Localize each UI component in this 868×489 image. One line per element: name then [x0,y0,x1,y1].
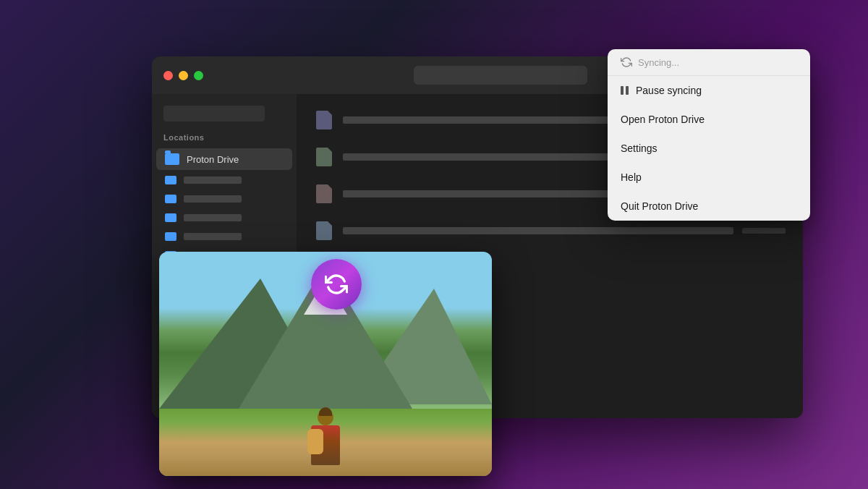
close-button[interactable] [163,71,173,80]
open-proton-drive-item[interactable]: Open Proton Drive [608,105,810,134]
mini-folder-icon-3 [165,213,176,222]
mini-folder-icon-4 [165,232,176,241]
pause-syncing-item[interactable]: Pause syncing [608,76,810,105]
file-icon-image [314,110,334,130]
person-head [318,409,333,425]
file-icon-video [314,147,334,167]
file-icon-person [314,221,334,241]
status-text: Syncing... [638,57,679,68]
mini-label-1 [184,177,242,184]
mini-folder-icon-1 [165,176,176,184]
mini-label-3 [184,214,242,221]
sidebar-mini-item-4[interactable] [156,228,292,245]
mini-label-2 [184,195,242,203]
help-label: Help [621,171,642,183]
sidebar-proton-drive-label: Proton Drive [187,154,239,165]
sidebar-item-proton-drive[interactable]: Proton Drive [156,148,292,170]
sidebar-mini-item-3[interactable] [156,209,292,226]
pause-syncing-label: Pause syncing [636,85,702,96]
folder-icon [165,153,179,165]
sidebar-mini-item-2[interactable] [156,190,292,208]
file-icon-doc [314,184,334,204]
file-name-bar-4 [343,227,733,234]
sidebar-search-bar [163,106,265,122]
sidebar-mini-item-1[interactable] [156,171,292,189]
settings-label: Settings [621,143,658,154]
mini-folder-icon-2 [165,195,176,203]
mini-label-4 [184,233,242,240]
sync-button[interactable] [311,259,362,310]
help-item[interactable]: Help [608,163,810,192]
person-hair [319,407,332,416]
settings-item[interactable]: Settings [608,134,810,163]
file-meta-bar-4 [742,228,786,234]
backpack [307,429,323,454]
quit-proton-drive-label: Quit Proton Drive [621,200,698,212]
pause-icon [621,86,629,95]
maximize-button[interactable] [194,71,203,80]
open-proton-drive-label: Open Proton Drive [621,114,705,125]
locations-label: Locations [152,133,297,148]
menu-status-item: Syncing... [608,49,810,76]
status-sync-icon [621,56,632,68]
person-silhouette [311,409,340,465]
context-menu: Syncing... Pause syncing Open Proton Dri… [608,49,810,221]
scene: Locations Proton Drive [80,35,788,454]
minimize-button[interactable] [179,71,188,80]
search-bar [414,66,587,85]
person-body [311,425,340,465]
sync-icon [325,273,348,296]
quit-proton-drive-item[interactable]: Quit Proton Drive [608,192,810,221]
